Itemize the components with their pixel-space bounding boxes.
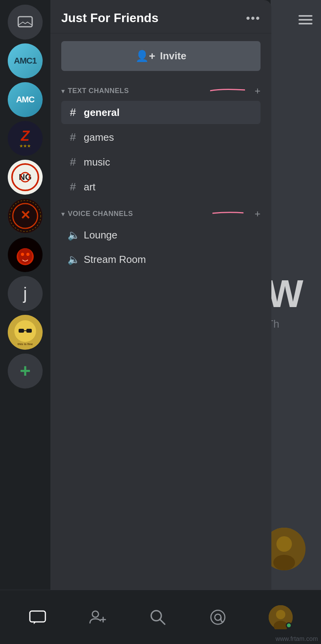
voice-channels-section: ▾ VOICE CHANNELS + 🔈 Lounge 🔈 Stream Roo…	[50, 202, 271, 271]
nav-item-discord[interactable]	[21, 604, 55, 630]
invite-label: Invite	[160, 50, 186, 62]
hash-icon-general: #	[67, 106, 78, 119]
sidebar-item-devil[interactable]	[8, 237, 43, 272]
hamburger-menu-button[interactable]	[298, 14, 313, 27]
voice-channels-title: VOICE CHANNELS	[68, 210, 133, 218]
sidebar-item-sun[interactable]: this is fine	[8, 315, 43, 350]
sidebar-item-z[interactable]: Z ★★★	[8, 121, 43, 156]
amc2-label: AMC	[16, 95, 34, 105]
text-channels-title: TEXT CHANNELS	[68, 87, 129, 95]
svg-point-25	[273, 555, 295, 570]
sidebar-item-j[interactable]: j	[8, 276, 43, 311]
channel-panel-header: Just For Friends •••	[50, 0, 271, 33]
hamburger-icon	[298, 14, 313, 26]
channel-item-general[interactable]: # general	[61, 101, 261, 124]
hash-icon-music: #	[67, 156, 78, 168]
watermark: www.frtam.com	[276, 635, 318, 642]
channel-name-music: music	[84, 156, 110, 168]
channel-item-stream-room[interactable]: 🔈 Stream Room	[61, 248, 261, 271]
channel-panel: Just For Friends ••• 👤+ Invite ▾ TEXT CH…	[50, 0, 271, 644]
right-panel: W Th	[271, 0, 321, 644]
voice-channels-header[interactable]: ▾ VOICE CHANNELS +	[61, 202, 261, 224]
sidebar-item-amc2[interactable]: AMC	[8, 82, 43, 117]
pink-decoration-line	[210, 88, 245, 92]
j-label: j	[23, 284, 27, 303]
channel-name-games: games	[84, 131, 114, 143]
svg-text:this is fine: this is fine	[17, 342, 33, 346]
add-icon-symbol: +	[20, 362, 31, 380]
server-rail: amc1 AMC Z ★★★ NG ✕	[0, 0, 50, 644]
add-voice-channel-button[interactable]: +	[255, 208, 261, 220]
add-text-channel-button[interactable]: +	[255, 85, 261, 97]
nav-item-mentions[interactable]	[201, 604, 235, 630]
at-icon	[209, 608, 227, 627]
text-channels-chevron: ▾	[61, 87, 65, 95]
svg-line-31	[160, 619, 165, 624]
svg-rect-26	[30, 611, 45, 622]
sidebar-item-ng[interactable]: NG	[8, 160, 43, 195]
discord-icon	[28, 608, 47, 627]
svg-rect-16	[19, 329, 24, 333]
friends-icon	[88, 608, 107, 627]
right-panel-w-letter: W	[267, 271, 303, 316]
channel-item-lounge[interactable]: 🔈 Lounge	[61, 224, 261, 247]
svg-point-35	[276, 610, 285, 619]
profile-avatar	[269, 605, 293, 629]
invite-icon: 👤+	[135, 50, 155, 62]
voice-speaker-icon-stream: 🔈	[67, 254, 78, 266]
voice-channels-chevron: ▾	[61, 210, 65, 218]
svg-point-24	[276, 536, 292, 552]
sidebar-item-x[interactable]: ✕	[8, 199, 43, 233]
svg-point-12	[21, 253, 24, 256]
text-channels-section: ▾ TEXT CHANNELS + # general # games # mu…	[50, 79, 271, 199]
svg-text:✕: ✕	[20, 208, 31, 222]
channel-name-lounge: Lounge	[84, 229, 117, 241]
nav-item-friends[interactable]	[81, 604, 115, 630]
amc1-label: amc1	[14, 56, 36, 66]
channel-item-music[interactable]: # music	[61, 150, 261, 174]
hash-icon-games: #	[67, 131, 78, 143]
channel-item-art[interactable]: # art	[61, 175, 261, 199]
channel-name-stream-room: Stream Room	[84, 254, 146, 266]
invite-button[interactable]: 👤+ Invite	[61, 41, 261, 71]
server-name: Just For Friends	[61, 11, 159, 25]
server-options-button[interactable]: •••	[246, 12, 261, 25]
text-channels-header[interactable]: ▾ TEXT CHANNELS +	[61, 79, 261, 101]
svg-point-27	[92, 611, 98, 617]
text-channels-title-row: ▾ TEXT CHANNELS	[61, 87, 129, 95]
svg-point-33	[215, 614, 221, 620]
sidebar-item-dm[interactable]	[8, 5, 43, 40]
channel-name-art: art	[84, 181, 95, 193]
pink-decoration-line-voice	[212, 211, 243, 214]
bottom-navigation	[0, 590, 321, 644]
sidebar-item-amc1[interactable]: amc1	[8, 43, 43, 78]
hash-icon-art: #	[67, 181, 78, 193]
svg-rect-17	[26, 329, 32, 333]
svg-point-13	[26, 253, 29, 256]
add-server-button[interactable]: +	[8, 354, 43, 388]
search-icon	[148, 608, 167, 627]
channel-name-general: general	[84, 107, 120, 119]
online-status-dot	[286, 622, 292, 628]
nav-item-profile[interactable]	[261, 601, 300, 633]
svg-rect-0	[18, 17, 32, 27]
voice-channels-title-row: ▾ VOICE CHANNELS	[61, 210, 133, 218]
channel-item-games[interactable]: # games	[61, 126, 261, 149]
voice-speaker-icon-lounge: 🔈	[67, 229, 78, 241]
nav-item-search[interactable]	[141, 604, 175, 630]
